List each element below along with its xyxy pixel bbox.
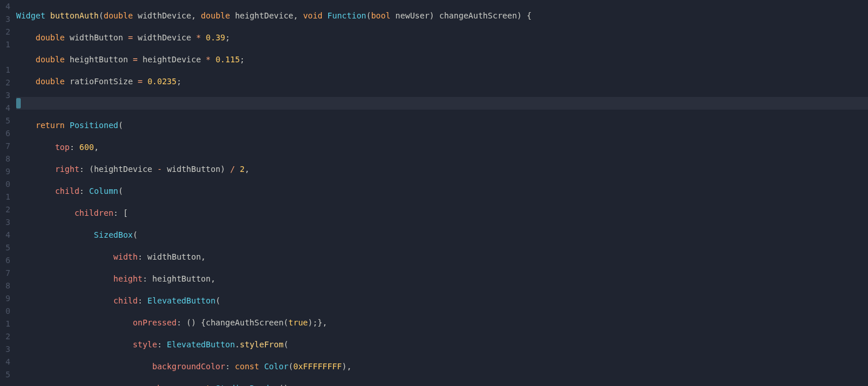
code-line[interactable]: backgroundColor: const Color(0xFFFFFFFF)… (16, 360, 868, 373)
code-line[interactable]: double heightButton = heightDevice * 0.1… (16, 53, 868, 66)
line-number: 4 (0, 228, 10, 241)
line-number: 5 (0, 368, 10, 381)
line-number: 1 (0, 63, 10, 76)
line-number: 6 (0, 254, 10, 267)
line-number: 9 (0, 292, 10, 305)
line-number: 2 (0, 203, 10, 216)
code-line[interactable]: double ratioFontSize = 0.0235; (16, 75, 868, 88)
code-line[interactable]: top: 600, (16, 141, 868, 153)
line-number: 0 (0, 178, 10, 190)
code-line[interactable]: right: (heightDevice - widthButton) / 2, (16, 163, 868, 175)
code-line[interactable]: height: heightButton, (16, 272, 868, 285)
line-number: 5 (0, 241, 10, 254)
line-number: 3 (0, 13, 10, 25)
line-number: 2 (0, 330, 10, 343)
line-number: 4 (0, 0, 10, 13)
line-number: 3 (0, 343, 10, 355)
line-number: 4 (0, 102, 10, 114)
code-line[interactable]: width: widthButton, (16, 250, 868, 263)
code-line[interactable]: onPressed: () {changeAuthScreen(true);}, (16, 316, 868, 329)
code-line[interactable]: style: ElevatedButton.styleFrom( (16, 338, 868, 351)
line-number: 8 (0, 279, 10, 292)
code-line[interactable]: child: Column( (16, 185, 868, 197)
code-line[interactable]: SizedBox( (16, 228, 868, 241)
line-number: 3 (0, 89, 10, 102)
line-number: 2 (0, 76, 10, 89)
line-number: 7 (0, 267, 10, 279)
code-line[interactable]: child: ElevatedButton( (16, 294, 868, 307)
line-number: 4 (0, 355, 10, 368)
line-number (0, 51, 10, 63)
line-number: 9 (0, 165, 10, 178)
line-number: 1 (0, 38, 10, 51)
line-number: 1 (0, 317, 10, 330)
line-number: 0 (0, 305, 10, 317)
code-line[interactable]: Widget buttonAuth(double widthDevice, do… (16, 9, 868, 22)
line-number: 5 (0, 114, 10, 127)
line-number-gutter: 4 3 2 1 1 2 3 4 5 6 7 8 9 0 1 2 3 4 5 6 … (0, 0, 14, 386)
line-number: 2 (0, 25, 10, 38)
code-line[interactable]: double widthButton = widthDevice * 0.39; (16, 31, 868, 44)
code-line[interactable]: children: [ (16, 207, 868, 219)
line-number: 7 (0, 140, 10, 152)
code-area[interactable]: Widget buttonAuth(double widthDevice, do… (14, 0, 868, 386)
code-line-current[interactable] (16, 97, 868, 110)
line-number: 6 (0, 127, 10, 140)
line-number: 3 (0, 216, 10, 228)
line-number: 8 (0, 152, 10, 165)
cursor-icon (16, 98, 21, 108)
code-line[interactable]: return Positioned( (16, 119, 868, 132)
code-editor[interactable]: 4 3 2 1 1 2 3 4 5 6 7 8 9 0 1 2 3 4 5 6 … (0, 0, 868, 386)
line-number: 1 (0, 190, 10, 203)
code-line[interactable]: shape: const StadiumBorder(), (16, 382, 868, 386)
